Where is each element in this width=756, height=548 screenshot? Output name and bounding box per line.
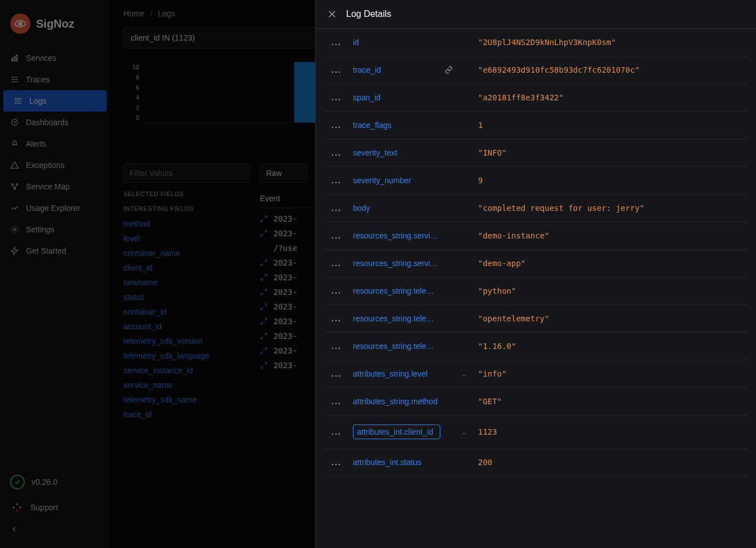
attr-key[interactable]: attributes_string.method <box>353 397 440 406</box>
attr-actions-button[interactable]: ... <box>331 65 345 74</box>
attr-key[interactable]: resources_string.telemetr <box>353 286 440 295</box>
attr-value: "python" <box>478 286 516 295</box>
attr-value: "e6892493d910fc58b93dc7fc6201070c" <box>478 65 640 74</box>
attr-value: 9 <box>478 176 483 185</box>
attr-value: "GET" <box>478 397 502 406</box>
attr-actions-button[interactable]: ... <box>331 38 345 47</box>
attr-key[interactable]: severity_number <box>353 176 440 185</box>
attr-key[interactable]: resources_string.service. <box>353 259 440 268</box>
attr-row: ...span_id"a20181ff8e3f3422" <box>325 84 747 112</box>
attr-key[interactable]: resources_string.service. <box>353 231 440 240</box>
attr-key[interactable]: resources_string.telemetr <box>353 342 440 351</box>
attr-row: ...resources_string.telemetr"1.16.0" <box>325 333 747 360</box>
attr-key[interactable]: severity_text <box>353 148 440 157</box>
attr-actions-button[interactable]: ... <box>331 314 345 323</box>
attr-key[interactable]: trace_flags <box>353 121 440 130</box>
attr-actions-button[interactable]: ... <box>331 286 345 295</box>
attr-actions-button[interactable]: ... <box>331 148 345 157</box>
attr-value: "opentelemetry" <box>478 314 549 323</box>
log-details-title: Log Details <box>346 9 391 19</box>
attr-value: "1.16.0" <box>478 342 516 351</box>
attr-value: 200 <box>478 458 492 467</box>
attr-row: ...resources_string.telemetr"opentelemet… <box>325 305 747 333</box>
link-icon[interactable] <box>445 66 453 74</box>
attr-actions-button[interactable]: ... <box>331 121 345 130</box>
attr-value: "demo-instance" <box>478 231 549 240</box>
attr-actions-button[interactable]: ... <box>331 342 345 351</box>
attr-actions-button[interactable]: ... <box>331 427 345 436</box>
truncate-indicator: .. <box>462 428 470 436</box>
attr-value: "2U8plJ4NS2D9kNnLhpV3KnpK0sm" <box>478 38 616 47</box>
log-details-panel: Log Details ...id"2U8plJ4NS2D9kNnLhpV3Kn… <box>315 0 756 548</box>
attr-row: ...id"2U8plJ4NS2D9kNnLhpV3KnpK0sm" <box>325 29 747 56</box>
attr-actions-button[interactable]: ... <box>331 397 345 406</box>
attr-row: ...attributes_string.method"GET" <box>325 388 747 416</box>
truncate-indicator: .. <box>462 370 470 378</box>
attr-value: 1 <box>478 121 483 130</box>
attr-value: "demo-app" <box>478 259 525 268</box>
attr-actions-button[interactable]: ... <box>331 176 345 185</box>
attr-actions-button[interactable]: ... <box>331 369 345 378</box>
attr-row: ...resources_string.telemetr"python" <box>325 277 747 305</box>
attr-row: ...trace_flags1 <box>325 112 747 139</box>
attr-actions-button[interactable]: ... <box>331 93 345 102</box>
attr-row: ...resources_string.service."demo-instan… <box>325 222 747 250</box>
attr-key[interactable]: id <box>353 38 440 47</box>
attr-actions-button[interactable]: ... <box>331 204 345 213</box>
attr-value: "info" <box>478 369 507 378</box>
attr-row: ...resources_string.service."demo-app" <box>325 250 747 277</box>
attr-key[interactable]: resources_string.telemetr <box>353 314 440 323</box>
attr-row: ...trace_id"e6892493d910fc58b93dc7fc6201… <box>325 56 747 84</box>
attr-key[interactable]: body <box>353 204 440 213</box>
attr-row: ...attributes_string.level.."info" <box>325 360 747 388</box>
attr-value: "a20181ff8e3f3422" <box>478 93 564 102</box>
attr-actions-button[interactable]: ... <box>331 458 345 467</box>
attr-row: ...body"completed request for user: jerr… <box>325 195 747 222</box>
attr-row: ...attributes_int.client_id..1123 <box>325 416 747 449</box>
attr-key[interactable]: trace_id <box>353 65 440 74</box>
attr-row: ...severity_number9 <box>325 167 747 195</box>
attr-row: ...severity_text"INFO" <box>325 139 747 167</box>
attr-actions-button[interactable]: ... <box>331 259 345 268</box>
attr-value: "INFO" <box>478 148 507 157</box>
close-icon[interactable] <box>327 9 337 19</box>
attr-actions-button[interactable]: ... <box>331 231 345 240</box>
attr-key[interactable]: attributes_int.status <box>353 458 440 467</box>
attr-key[interactable]: span_id <box>353 93 440 102</box>
attr-row: ...attributes_int.status200 <box>325 449 747 476</box>
attr-value: 1123 <box>478 427 497 436</box>
attr-key[interactable]: attributes_string.level <box>353 369 440 378</box>
attr-key[interactable]: attributes_int.client_id <box>353 425 440 439</box>
attr-value: "completed request for user: jerry" <box>478 204 644 213</box>
